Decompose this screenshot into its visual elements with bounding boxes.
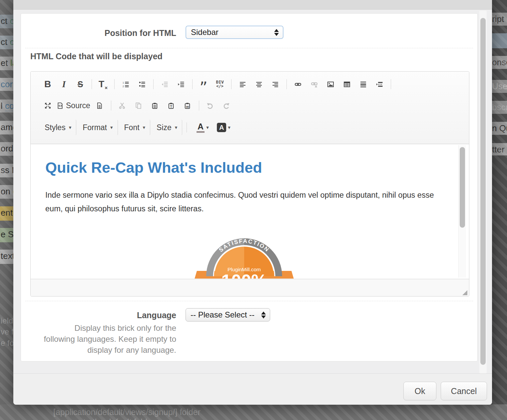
indent-icon (178, 81, 184, 88)
size-combo[interactable]: Size▾ (153, 120, 182, 135)
background-color-button[interactable]: A▾ (217, 120, 231, 134)
editor-scrollbar-thumb[interactable] (460, 147, 465, 228)
ok-button[interactable]: Ok (403, 382, 436, 400)
align-center-button[interactable] (252, 77, 266, 91)
align-left-button[interactable] (236, 77, 250, 91)
editor-scrollbar[interactable] (458, 145, 466, 278)
paste-from-word-icon: W (184, 103, 191, 109)
html-code-label: HTML Code that will be displayed (30, 52, 163, 61)
chevron-down-icon: ▾ (110, 124, 113, 130)
undo-icon (207, 103, 213, 109)
text-color-icon: A (197, 122, 205, 133)
undo-button (203, 99, 217, 112)
table-button[interactable] (340, 77, 354, 91)
page-break-button[interactable] (372, 77, 386, 91)
bold-button[interactable]: B (41, 77, 55, 91)
align-right-button[interactable] (268, 77, 282, 91)
table-icon (344, 81, 350, 88)
toolbar-separator (199, 101, 199, 110)
editor-toolbar: BIST×12”DIV</> SourceTW Styles▾Format▾Fo… (31, 72, 469, 144)
unlink-button (307, 77, 321, 91)
remove-format-button[interactable]: T× (96, 77, 110, 91)
paste-button[interactable] (148, 99, 162, 112)
redo-icon (223, 103, 230, 109)
dialog-form-panel: Position for HTML Sidebar HTML Code that… (21, 13, 478, 361)
page-break-icon (376, 81, 383, 88)
language-label: Language (21, 309, 176, 322)
position-select-value: Sidebar (191, 28, 219, 37)
cut-button (115, 99, 129, 112)
size-combo-label: Size (157, 123, 172, 132)
paste-from-word-button[interactable]: W (181, 99, 195, 112)
wysiwyg-editor: BIST×12”DIV</> SourceTW Styles▾Format▾Fo… (30, 71, 469, 297)
language-description: Display this brick only for the followin… (21, 322, 176, 355)
format-combo-label: Format (83, 123, 107, 132)
language-select[interactable]: -- Please Select -- (186, 308, 270, 321)
toolbar-separator (187, 122, 187, 132)
redo-button (220, 99, 234, 112)
chevron-down-icon: ▾ (143, 124, 146, 130)
copy-icon (135, 103, 142, 109)
indent-button[interactable] (174, 77, 188, 91)
chevron-down-icon: ▾ (69, 124, 72, 130)
italic-icon: I (62, 79, 66, 90)
toolbar-separator (111, 101, 111, 110)
background-fragment: ript (491, 13, 507, 26)
svg-text:T: T (170, 105, 173, 108)
font-combo[interactable]: Font▾ (120, 120, 151, 135)
toolbar-separator (192, 79, 193, 89)
resize-handle-icon[interactable] (462, 290, 467, 295)
svg-text:2: 2 (123, 85, 124, 87)
svg-text:1: 1 (123, 81, 124, 84)
bullet-list-button[interactable] (135, 77, 149, 91)
div-container-button[interactable]: DIV</> (213, 77, 227, 91)
format-combo[interactable]: Format▾ (79, 120, 118, 135)
unlink-icon (311, 81, 317, 88)
blockquote-button[interactable]: ” (197, 77, 211, 91)
cancel-button[interactable]: Cancel (441, 382, 487, 400)
image-icon (327, 81, 334, 88)
paste-plain-text-button[interactable]: T (164, 99, 178, 112)
background-clipped-text: to the default folder (83, 417, 155, 420)
copy-button (132, 99, 146, 112)
styles-combo[interactable]: Styles▾ (41, 120, 76, 135)
numbered-list-button[interactable]: 12 (119, 77, 133, 91)
maximize-button[interactable] (41, 99, 55, 112)
chevron-down-icon: ▾ (228, 124, 231, 130)
separator (25, 48, 473, 48)
italic-button[interactable]: I (57, 77, 71, 91)
background-fragment: User (491, 80, 507, 93)
separator (25, 301, 473, 301)
position-select[interactable]: Sidebar (186, 26, 283, 39)
blockquote-icon: ” (200, 86, 208, 89)
dialog-scrollbar[interactable] (479, 11, 487, 373)
background-fragment (491, 33, 507, 48)
link-button[interactable] (291, 77, 305, 91)
content-heading: Quick Re-Cap What's Included (45, 159, 262, 176)
outdent-icon (162, 81, 168, 88)
templates-icon (96, 103, 103, 109)
editor-content-area[interactable]: Quick Re-Cap What's Included Inde sermon… (31, 144, 469, 279)
toolbar-separator (92, 79, 92, 89)
numbered-list-icon: 12 (123, 81, 129, 88)
styles-combo-label: Styles (45, 123, 66, 132)
bold-icon: B (44, 79, 51, 90)
close-icon[interactable]: × (468, 0, 473, 1)
outdent-button (158, 77, 172, 91)
templates-button[interactable] (93, 99, 107, 112)
text-color-button[interactable]: A▾ (196, 120, 210, 134)
cut-icon (119, 103, 125, 109)
dialog-scrollbar-thumb[interactable] (480, 18, 486, 365)
chevron-down-icon: ▾ (206, 124, 209, 130)
select-stepper-icon (261, 312, 266, 318)
toolbar-separator (391, 79, 391, 89)
content-paragraph: Inde sermone vario sex illa a Dipylo sta… (45, 188, 438, 215)
strikethrough-button[interactable]: S (73, 77, 87, 91)
horizontal-rule-button[interactable] (356, 77, 370, 91)
position-for-html-label: Position for HTML (21, 26, 176, 40)
image-button[interactable] (323, 77, 337, 91)
dialog-footer: Ok Cancel (13, 373, 492, 405)
toolbar-separator (286, 79, 287, 89)
source-button[interactable]: Source (57, 99, 90, 112)
background-folder-path-text: [application/default/views/signup/] fold… (53, 407, 201, 417)
